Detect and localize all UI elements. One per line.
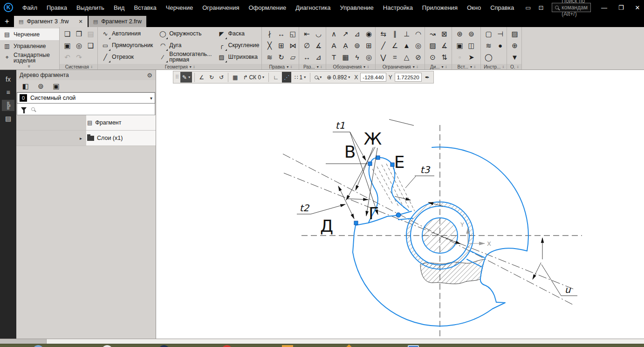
circle-tool[interactable]: ◯Окружность	[158, 28, 212, 40]
menu-styling[interactable]: Оформление	[244, 2, 291, 13]
tolerance-frame-icon[interactable]: ⊞	[363, 40, 374, 51]
snap-settings-icon[interactable]: ⇆	[378, 28, 389, 40]
grid-toggle-button[interactable]: ▦	[231, 72, 240, 83]
menu-edit[interactable]: Правка	[42, 2, 72, 13]
taskbar-app-7[interactable]	[408, 345, 419, 347]
region-union-icon[interactable]: ●	[495, 40, 506, 51]
coordinate-system-select[interactable]: ↱ СК 0 ▾	[241, 72, 266, 83]
insert-local-fragment-icon[interactable]: ⊚	[466, 28, 477, 40]
image-icon[interactable]: ▣	[51, 80, 62, 92]
angle-constraint-icon[interactable]: ∠	[390, 40, 400, 51]
tree-filter-input[interactable]	[17, 104, 155, 115]
section-footer[interactable]: Инстр... ⁞⁞	[481, 64, 507, 69]
measure-length-icon[interactable]: ↝	[427, 28, 438, 40]
measure-angle-icon[interactable]: ∡	[439, 40, 450, 51]
taskbar-app-1[interactable]	[33, 345, 44, 347]
windows-taskbar[interactable]	[0, 344, 644, 347]
chamfer-tool[interactable]: ◤Фаска	[217, 28, 260, 40]
rotate-icon[interactable]: ↻	[276, 51, 287, 63]
control-point-icon[interactable]: ⊕	[509, 40, 520, 51]
menu-file[interactable]: Файл	[18, 2, 42, 13]
dimension-angular-icon[interactable]: ∡	[313, 40, 324, 51]
section-footer[interactable]: Геометрия ▾ ⁞⁞	[98, 64, 261, 69]
menu-settings[interactable]: Настройка	[378, 2, 418, 13]
command-search-input[interactable]: Поиск по командам (Alt+/)	[552, 3, 591, 12]
funnel-tool-icon[interactable]: ▼	[509, 51, 520, 63]
section-footer[interactable]: Раз... ▾ ⁞⁞	[299, 64, 326, 69]
dimension-auto-icon[interactable]: ⇤	[301, 28, 312, 40]
insert-fragment-icon[interactable]: ⊛	[454, 28, 465, 40]
datum-icon[interactable]: ⊿	[352, 28, 363, 40]
collapse-modes-chevron-icon[interactable]: »	[0, 63, 59, 69]
drawing-canvas[interactable]: Y X Ж	[156, 70, 644, 339]
interface-settings-icon[interactable]: ⊡	[535, 4, 546, 11]
style-pencil-button[interactable]: ✎ ▾	[180, 72, 192, 83]
taskbar-app-2[interactable]	[102, 345, 113, 347]
fix-point-icon[interactable]: ▲	[401, 40, 412, 51]
layers-icon[interactable]: ◧	[20, 80, 31, 92]
workspace-icon[interactable]: ▭	[522, 4, 534, 11]
autoaxis-icon[interactable]: ϟ	[352, 51, 363, 63]
measure-coordinates-icon[interactable]: ⇅	[439, 51, 450, 63]
callout-icon[interactable]: ➤	[466, 51, 477, 63]
taskbar-app-4[interactable]	[221, 345, 233, 347]
text-horizontal-icon[interactable]: A	[329, 40, 339, 51]
centerline-tool-icon[interactable]: ⊣	[495, 28, 506, 40]
menu-insert[interactable]: Вставка	[129, 2, 161, 13]
scale-icon[interactable]: ◱	[288, 28, 298, 40]
symmetry-constraint-icon[interactable]: △	[401, 51, 412, 63]
menu-applications[interactable]: Приложения	[418, 2, 462, 13]
tree-panel-icon[interactable]: ╠	[2, 100, 14, 111]
taskbar-app-3[interactable]	[158, 345, 170, 347]
dimension-radial-icon[interactable]: ⊿	[313, 51, 324, 63]
menu-drawing[interactable]: Черчение	[161, 2, 198, 13]
tab-fragment-2[interactable]: ▤ Фрагмент 2.frw	[89, 16, 146, 27]
copy-icon[interactable]: ⊞	[276, 40, 287, 51]
expand-caret-icon[interactable]: ▸	[80, 136, 84, 141]
print-preview-icon[interactable]: ◎	[74, 40, 84, 51]
base-designation-icon[interactable]: ⊚	[352, 40, 363, 51]
gear-icon[interactable]: ⚙	[147, 72, 152, 79]
menu-select[interactable]: Выделить	[72, 2, 109, 13]
insert-ole-icon[interactable]: ◫	[466, 40, 477, 51]
leader-icon[interactable]: ↗	[340, 28, 351, 40]
segment-tool[interactable]: ╱Отрезок	[100, 51, 154, 63]
menu-diagnostics[interactable]: Диагностика	[291, 2, 335, 13]
dimension-linear-icon[interactable]: ↔	[301, 51, 312, 63]
snap-assoc-button[interactable]: ↺	[217, 72, 226, 83]
filter-objects-icon[interactable]: ⊚	[35, 80, 46, 92]
drawing-svg[interactable]: Y X Ж	[156, 70, 644, 339]
tree-item-fragment[interactable]: ▤ Фрагмент	[16, 115, 156, 131]
taskbar-app-6[interactable]	[343, 344, 355, 347]
section-footer[interactable]: Ди... ▾ ⁞⁞	[425, 64, 452, 69]
align-points-icon[interactable]: ╱	[378, 40, 389, 51]
stray-line[interactable]	[389, 119, 414, 125]
arc-tool[interactable]: ◠Дуга	[158, 40, 212, 51]
sidebar-item-management[interactable]: ▥ Управление	[0, 40, 59, 52]
menu-management[interactable]: Управление	[336, 2, 378, 13]
view-arrow-icon[interactable]: ◉	[363, 28, 374, 40]
equidistant-icon[interactable]: ≋	[264, 51, 275, 63]
tree-item-layers[interactable]: ▸ Слои (x1)	[16, 131, 156, 146]
tab-fragment-3[interactable]: ▤ Фрагмент 3 .frw ✕	[14, 16, 88, 27]
zoom-level-select[interactable]: ⊕ 0.892 ▾	[325, 72, 352, 83]
current-layer-select[interactable]: 0 Системный слой ▾	[17, 92, 155, 104]
closed-contour-icon[interactable]: ◯	[483, 51, 494, 63]
measure-point-icon[interactable]: ⊙	[427, 51, 438, 63]
merge-points-icon[interactable]: ⋁	[378, 51, 389, 63]
fix-curve-icon[interactable]: ⊘	[413, 51, 424, 63]
contour-icon[interactable]: ▢	[483, 28, 494, 40]
sidebar-item-standard-parts[interactable]: ⌖ Стандартные изделия	[0, 52, 59, 63]
parallel-constraint-icon[interactable]: ∥	[390, 28, 400, 40]
roughness-icon[interactable]: ∧	[329, 28, 339, 40]
macro-hatch-icon[interactable]: ▨	[509, 28, 520, 40]
split-curve-icon[interactable]: ╳	[264, 40, 275, 51]
save-as-icon[interactable]: ❑	[85, 40, 96, 51]
restore-button[interactable]: ❐	[614, 4, 629, 11]
section-footer[interactable]: Вст... ▾ ⁞⁞	[452, 64, 480, 69]
check-overlap-icon[interactable]: ⊠	[439, 28, 450, 40]
x-coordinate-field[interactable]: -128.440	[360, 73, 386, 82]
move-icon[interactable]: ↔	[276, 28, 287, 40]
minimize-button[interactable]: —	[596, 4, 612, 11]
concentric-constraint-icon[interactable]: ◎	[413, 40, 424, 51]
